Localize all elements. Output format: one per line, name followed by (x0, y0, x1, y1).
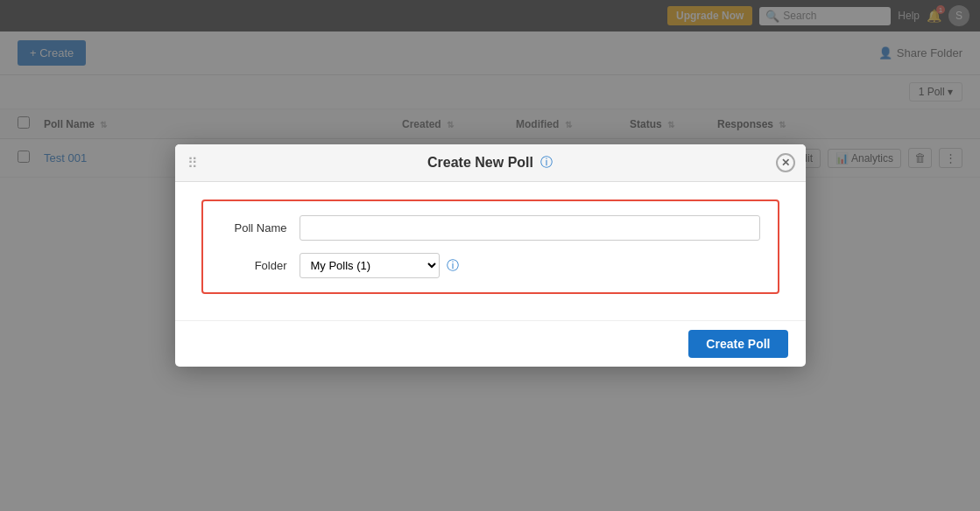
poll-name-row: Poll Name (221, 215, 760, 241)
folder-label: Folder (221, 259, 300, 272)
form-highlighted-section: Poll Name Folder My Polls (1) ⓘ (201, 200, 779, 294)
folder-help-icon[interactable]: ⓘ (447, 258, 459, 274)
create-poll-button[interactable]: Create Poll (688, 330, 787, 358)
modal-overlay: ⠿ Create New Poll ⓘ ✕ Poll Name Folder M… (0, 0, 980, 511)
modal-close-button[interactable]: ✕ (776, 153, 795, 172)
modal-body: Poll Name Folder My Polls (1) ⓘ (175, 182, 806, 320)
drag-handle-icon[interactable]: ⠿ (187, 155, 198, 172)
modal-header: ⠿ Create New Poll ⓘ ✕ (175, 144, 806, 182)
modal-title: Create New Poll (427, 155, 533, 171)
poll-name-input[interactable] (300, 215, 760, 241)
modal-help-icon[interactable]: ⓘ (540, 155, 553, 171)
modal-footer: Create Poll (175, 320, 806, 367)
poll-name-label: Poll Name (221, 221, 300, 234)
folder-row: Folder My Polls (1) ⓘ (221, 253, 760, 278)
folder-select[interactable]: My Polls (1) (300, 253, 440, 278)
create-poll-modal: ⠿ Create New Poll ⓘ ✕ Poll Name Folder M… (175, 144, 806, 367)
